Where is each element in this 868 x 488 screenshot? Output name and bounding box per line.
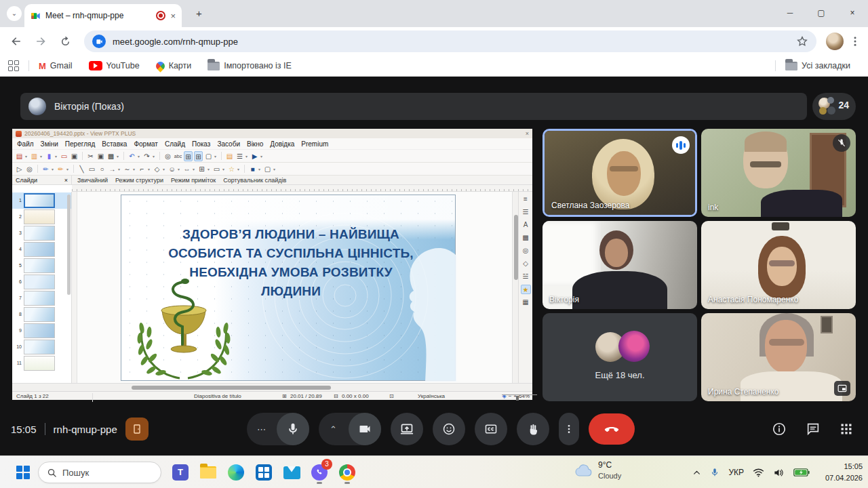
basic-shapes-icon[interactable]: ◇ [153, 164, 161, 174]
save-icon[interactable]: ▮ [45, 151, 54, 161]
tab-search-button[interactable]: ⌄ [7, 6, 22, 21]
master-pages-icon[interactable]: ☱ [521, 272, 531, 281]
status-language[interactable]: Українська [418, 393, 445, 399]
menu-window[interactable]: Вікно [247, 140, 263, 148]
new-doc-icon[interactable]: ▤ [15, 151, 24, 161]
slide-thumbnail[interactable]: 9 [12, 323, 71, 339]
cut-icon[interactable]: ✂ [86, 151, 95, 161]
animation-star-icon[interactable]: ★ [521, 285, 531, 294]
wifi-icon[interactable] [753, 468, 764, 477]
line-icon[interactable]: ╲ [77, 164, 86, 174]
horizontal-scrollbar[interactable] [12, 383, 532, 391]
mic-button[interactable]: ⋯ [247, 413, 309, 445]
bookmark-youtube[interactable]: YouTube [89, 61, 140, 70]
tab-close-icon[interactable]: × [170, 11, 176, 21]
taskbar-mail-icon[interactable] [282, 462, 301, 483]
paste-icon[interactable]: ▩ [106, 151, 115, 161]
grid-display-icon[interactable]: ⊞ [184, 151, 193, 161]
vertical-scrollbar[interactable] [512, 192, 518, 383]
menu-tools[interactable]: Засоби [217, 140, 240, 148]
start-button[interactable] [16, 466, 30, 479]
taskbar-search[interactable]: Пошук [38, 462, 161, 483]
view-tab-sorter[interactable]: Сортувальник слайдів [223, 177, 286, 184]
bookmark-gmail[interactable]: MGmail [39, 61, 73, 71]
panel-scrollbar[interactable] [67, 195, 71, 295]
battery-icon[interactable] [793, 468, 810, 477]
speaker-icon[interactable] [773, 468, 785, 478]
language-indicator[interactable]: УКР [728, 468, 744, 477]
taskbar-clock[interactable]: 15:05 07.04.2026 [825, 461, 863, 483]
slide-thumbnail[interactable]: 4 [12, 241, 71, 258]
picture-in-picture-icon[interactable] [834, 381, 850, 396]
spellcheck-icon[interactable]: abc [174, 151, 182, 161]
menu-edit[interactable]: Зміни [41, 140, 58, 148]
tray-mic-icon[interactable] [710, 467, 719, 478]
character-styles-icon[interactable]: A [521, 220, 531, 230]
chat-button[interactable] [806, 422, 821, 436]
browser-menu-icon[interactable] [849, 35, 861, 47]
start-show-icon[interactable]: ▶ [250, 151, 259, 161]
apps-grid-icon[interactable] [8, 60, 19, 71]
video-tile-iryna[interactable]: Ирина Степаненко [701, 313, 856, 401]
meeting-details-button[interactable] [772, 422, 787, 436]
undo-icon[interactable]: ↶ [127, 151, 136, 161]
menu-premium[interactable]: Premium [301, 140, 328, 148]
slides-panel-close-icon[interactable]: × [64, 177, 68, 184]
sidebar-settings-icon[interactable]: ≡ [521, 195, 531, 204]
3d-objects-icon[interactable]: ■ [248, 164, 257, 174]
redo-icon[interactable]: ↷ [142, 151, 151, 161]
captions-button[interactable] [475, 413, 507, 445]
menu-insert[interactable]: Вставка [102, 140, 127, 148]
master-slide-icon[interactable]: ▤ [225, 151, 234, 161]
view-tab-notes[interactable]: Режим приміток [171, 177, 216, 184]
hidden-icons-chevron-icon[interactable] [692, 468, 701, 477]
pen-icon[interactable]: ✏ [41, 164, 50, 174]
open-icon[interactable]: ▥ [30, 151, 39, 161]
taskbar-teams-icon[interactable]: T [171, 462, 190, 483]
back-button[interactable] [7, 32, 26, 51]
activities-button[interactable] [840, 422, 853, 436]
taskbar-weather-widget[interactable]: 9°C Cloudy [574, 460, 621, 481]
end-call-button[interactable] [589, 413, 635, 445]
menu-show[interactable]: Показ [192, 140, 210, 148]
profile-avatar[interactable] [826, 33, 844, 50]
video-tile-anastasiia[interactable]: Анастасія Пономаренко [701, 221, 856, 309]
taskbar-viber-icon[interactable]: 3 [310, 462, 329, 483]
slide-thumbnail[interactable]: 8 [12, 306, 71, 323]
taskbar-edge-icon[interactable] [226, 462, 245, 483]
reload-button[interactable] [56, 32, 75, 51]
layout-icon[interactable]: ☰ [235, 151, 244, 161]
navigator-icon[interactable]: ◎ [521, 246, 531, 256]
close-button[interactable]: × [837, 0, 868, 27]
slide-thumbnail[interactable]: 7 [12, 290, 71, 306]
export-pdf-icon[interactable]: ▭ [60, 151, 68, 161]
present-button[interactable] [391, 413, 423, 445]
rectangle-icon[interactable]: ▭ [87, 164, 96, 174]
reactions-button[interactable] [433, 413, 465, 445]
maximize-button[interactable]: ▢ [806, 0, 837, 27]
camera-options-icon[interactable]: ⌃ [319, 424, 349, 434]
address-bar[interactable]: meet.google.com/rnh-qmup-ppe [84, 30, 816, 52]
bookmark-imported-folder[interactable]: Імпортовано із IE [208, 61, 292, 70]
block-arrows-icon[interactable]: ⇔ [182, 164, 191, 174]
rotate-icon[interactable]: ▢ [263, 164, 272, 174]
arrow-icon[interactable]: → [108, 164, 117, 174]
minimize-button[interactable]: ─ [774, 0, 806, 27]
symbol-shapes-icon[interactable]: ☺ [167, 164, 176, 174]
find-icon[interactable]: ◎ [163, 151, 172, 161]
bookmark-maps[interactable]: Карти [156, 61, 192, 70]
slide-thumbnail[interactable]: 11 [12, 355, 71, 371]
grid-snap-icon[interactable]: ⊞ [194, 151, 203, 161]
participants-pill[interactable]: 24 [812, 93, 856, 120]
overflow-tile-more-people[interactable]: Ещё 18 чел. [542, 313, 697, 401]
copy-icon[interactable]: ▣ [96, 151, 105, 161]
stars-icon[interactable]: ☆ [227, 164, 236, 174]
meeting-room-door-icon[interactable] [125, 418, 149, 441]
callout-icon[interactable]: ▭ [212, 164, 221, 174]
taskbar-chrome-icon[interactable] [338, 462, 357, 483]
video-tile-ink[interactable]: ink [701, 129, 856, 217]
slide-thumbnail[interactable]: 1 [12, 192, 71, 209]
video-tile-viktoriia[interactable]: Вікторія [542, 221, 697, 309]
taskbar-explorer-icon[interactable] [199, 462, 218, 483]
ellipse-icon[interactable]: ○ [98, 164, 106, 174]
